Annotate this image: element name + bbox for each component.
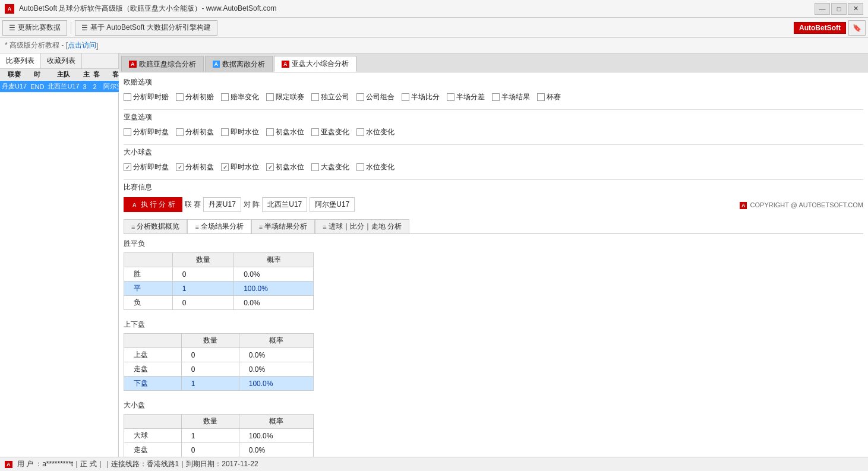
analysis-engine-button[interactable]: ☰ 基于 AutoBetSoft 大数据分析引擎构建 [75, 20, 217, 36]
checkbox-as4[interactable]: 初盘水位 [266, 127, 304, 137]
bs-col0 [124, 415, 182, 429]
toolbar-right: AutoBetSoft 🔖 [794, 20, 866, 36]
link-bar-text2: ] [96, 42, 98, 50]
checkbox-label-ou4: 限定联赛 [276, 92, 304, 102]
checkbox-box-ou2 [176, 93, 184, 101]
col-league: 联赛 [0, 69, 29, 81]
checkbox-ou8[interactable]: 半场分差 [447, 92, 485, 102]
tab-data[interactable]: A 数据离散分析 [205, 56, 273, 72]
wdl-col2: 概率 [234, 253, 314, 267]
over-under-section: 上下盘 数量 概率 上盘 0 0.0% 走盘 0 0.0% 下盘 [124, 320, 863, 391]
checkbox-box-ou6 [356, 93, 364, 101]
left-panel: 比赛列表 收藏列表 联赛 时 主队 主 客 客队 亚盘 半场 [0, 53, 119, 457]
size-options-section: 大小球盘 分析即时盘 分析初盘 即时水位 初盘水位 大盘变化 水位变化 [124, 147, 863, 175]
col-time: 时 [29, 69, 46, 81]
right-panel: A 欧赔亚盘综合分析 A 数据离散分析 A 亚盘大小综合分析 欧赔选项 分析即时… [119, 53, 868, 457]
checkbox-box-sz3 [221, 163, 229, 171]
ou-options-title: 欧赔选项 [124, 77, 863, 87]
favorites-tab[interactable]: 收藏列表 [41, 53, 82, 68]
ou-options-section: 欧赔选项 分析即时赔 分析初赔 赔率变化 限定联赛 独立公司 公司组合 半场比分… [124, 77, 863, 105]
close-button[interactable]: ✕ [848, 3, 863, 15]
asia-options-title: 亚盘选项 [124, 112, 863, 122]
checkbox-sz5[interactable]: 大盘变化 [311, 162, 349, 172]
table-row: 下盘 1 100.0% [124, 377, 314, 391]
match-info-section: 比赛信息 A 执 行 分 析 联 赛 丹麦U17 对 阵 北西兰U17 阿尔堡U… [124, 182, 863, 214]
tutorial-link[interactable]: 点击访问 [68, 40, 96, 50]
exec-analysis-button[interactable]: A 执 行 分 析 [124, 197, 182, 212]
checkbox-sz6[interactable]: 水位变化 [356, 162, 394, 172]
checkbox-box-ou10 [537, 93, 545, 101]
status-icon: A [5, 461, 12, 468]
left-panel-tabs: 比赛列表 收藏列表 [0, 53, 118, 69]
checkbox-sz2[interactable]: 分析初盘 [176, 162, 214, 172]
app-title: AutoBetSoft 足球分析软件高级版（欧赔亚盘大小全能版）- www.Au… [19, 4, 276, 14]
vs-label: 对 阵 [244, 200, 260, 210]
copyright-icon: A [740, 202, 747, 209]
size-options-title: 大小球盘 [124, 147, 863, 157]
checkbox-ou10[interactable]: 杯赛 [537, 92, 561, 102]
tab-asia[interactable]: A 亚盘大小综合分析 [274, 56, 356, 72]
size-options-row: 分析即时盘 分析初盘 即时水位 初盘水位 大盘变化 水位变化 [124, 160, 863, 175]
checkbox-ou7[interactable]: 半场比分 [402, 92, 440, 102]
checkbox-as5[interactable]: 亚盘变化 [311, 127, 349, 137]
checkbox-sz1[interactable]: 分析即时盘 [124, 162, 169, 172]
checkbox-ou5[interactable]: 独立公司 [311, 92, 349, 102]
checkbox-box-as4 [266, 128, 274, 136]
maximize-button[interactable]: □ [831, 3, 847, 15]
link-bar-text: * 高级版分析教程 - [ [5, 40, 68, 50]
table-row: 大球 1 100.0% [124, 429, 314, 443]
col-home: 主队 [46, 69, 81, 81]
checkbox-label-as6: 水位变化 [366, 127, 394, 137]
checkbox-box-as3 [221, 128, 229, 136]
sub-tab-full[interactable]: ≡ 全场结果分析 [187, 219, 251, 233]
sub-tab-overview[interactable]: ≡ 分析数据概览 [124, 219, 187, 233]
title-bar: A AutoBetSoft 足球分析软件高级版（欧赔亚盘大小全能版）- www.… [0, 0, 868, 18]
sub-tab-icon1: ≡ [131, 223, 135, 230]
minimize-button[interactable]: — [815, 3, 830, 15]
sub-tab-goal-label: 进球｜比分｜走地 分析 [329, 222, 402, 232]
big-small-section: 大小盘 数量 概率 大球 1 100.0% 走盘 0 0.0% 小球 [124, 400, 863, 457]
checkbox-box-sz1 [124, 163, 131, 171]
checkbox-as1[interactable]: 分析即时盘 [124, 127, 169, 137]
checkbox-ou9[interactable]: 半场结果 [492, 92, 530, 102]
table-row: 走盘 0 0.0% [124, 443, 314, 457]
asia-options-section: 亚盘选项 分析即时盘 分析初盘 即时水位 初盘水位 亚盘变化 水位变化 [124, 112, 863, 140]
checkbox-ou3[interactable]: 赔率变化 [221, 92, 259, 102]
checkbox-label-sz3: 即时水位 [231, 162, 259, 172]
checkbox-as2[interactable]: 分析初盘 [176, 127, 214, 137]
checkbox-ou2[interactable]: 分析初赔 [176, 92, 214, 102]
checkbox-as6[interactable]: 水位变化 [356, 127, 394, 137]
checkbox-box-sz6 [356, 163, 364, 171]
checkbox-as3[interactable]: 即时水位 [221, 127, 259, 137]
sub-tab-icon2: ≡ [195, 223, 198, 230]
checkbox-label-sz4: 初盘水位 [276, 162, 304, 172]
checkbox-label-as2: 分析初盘 [185, 127, 214, 137]
tab-ou[interactable]: A 欧赔亚盘综合分析 [121, 56, 204, 72]
sub-tab-icon4: ≡ [323, 223, 326, 230]
sub-tab-goal[interactable]: ≡ 进球｜比分｜走地 分析 [315, 219, 409, 233]
checkbox-box-as5 [311, 128, 319, 136]
toolbar: ☰ 更新比赛数据 ☰ 基于 AutoBetSoft 大数据分析引擎构建 Auto… [0, 18, 868, 38]
away-team-field: 阿尔堡U17 [310, 197, 355, 212]
checkbox-ou1[interactable]: 分析即时赔 [124, 92, 169, 102]
sub-tab-half[interactable]: ≡ 半场结果分析 [251, 219, 315, 233]
checkbox-sz3[interactable]: 即时水位 [221, 162, 259, 172]
table-row: 上盘 0 0.0% [124, 348, 314, 362]
link-bar: * 高级版分析教程 - [ 点击访问 ] [0, 38, 868, 53]
match-list-tab[interactable]: 比赛列表 [0, 53, 41, 68]
checkbox-ou4[interactable]: 限定联赛 [266, 92, 304, 102]
ou-col0 [124, 334, 182, 348]
checkbox-ou6[interactable]: 公司组合 [356, 92, 394, 102]
bookmark-button[interactable]: 🔖 [848, 20, 866, 36]
over-under-title: 上下盘 [124, 320, 863, 330]
checkbox-label-as1: 分析即时盘 [133, 127, 169, 137]
checkbox-label-ou5: 独立公司 [321, 92, 349, 102]
window-controls[interactable]: — □ ✕ [815, 3, 863, 15]
table-row: 胜 0 0.0% [124, 267, 314, 282]
over-under-table: 数量 概率 上盘 0 0.0% 走盘 0 0.0% 下盘 1 100.0% [124, 333, 314, 391]
update-data-button[interactable]: ☰ 更新比赛数据 [2, 20, 67, 36]
checkbox-sz4[interactable]: 初盘水位 [266, 162, 304, 172]
sub-tab-full-label: 全场结果分析 [201, 222, 244, 232]
checkbox-box-as1 [124, 128, 131, 136]
bs-col2: 概率 [239, 415, 313, 429]
